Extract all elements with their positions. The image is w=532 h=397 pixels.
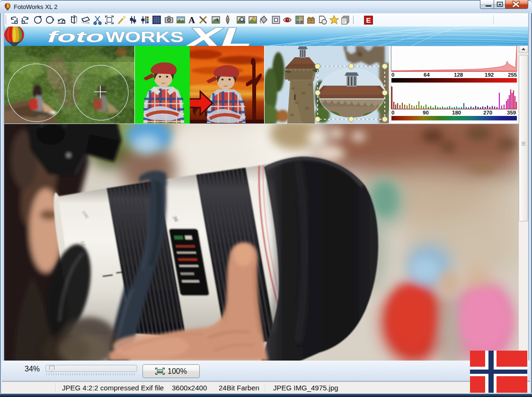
svg-text:270: 270 (483, 110, 492, 115)
svg-text:180: 180 (452, 110, 461, 115)
svg-text:192: 192 (485, 72, 494, 78)
svg-text:A: A (188, 15, 195, 25)
svg-text:E: E (366, 16, 371, 24)
svg-text:128: 128 (454, 72, 463, 78)
svg-text:foto: foto (47, 27, 104, 45)
svg-text:90: 90 (423, 110, 429, 115)
svg-text:WORKS: WORKS (106, 29, 184, 45)
svg-text:0: 0 (391, 110, 394, 115)
svg-text:XL: XL (184, 26, 252, 46)
svg-text:64: 64 (424, 72, 430, 78)
svg-text:0: 0 (391, 72, 394, 78)
svg-text:255: 255 (508, 72, 517, 78)
svg-text:359: 359 (507, 110, 516, 115)
